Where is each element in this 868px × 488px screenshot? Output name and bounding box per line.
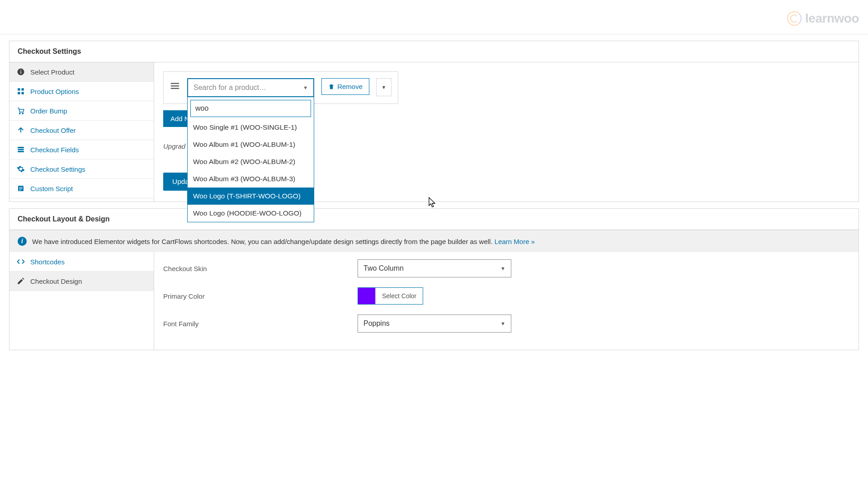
product-select-placeholder: Search for a product… <box>193 84 266 92</box>
checkout-skin-label: Checkout Skin <box>163 265 358 272</box>
chevron-down-icon: ▼ <box>500 321 505 326</box>
color-picker[interactable]: Select Color <box>358 287 423 305</box>
layout-design-panel: Checkout Layout & Design i We have intro… <box>9 208 859 350</box>
sidebar-item-custom-script[interactable]: Custom Script <box>9 179 154 198</box>
font-family-label: Font Family <box>163 320 358 328</box>
sidebar-item-label: Shortcodes <box>30 258 65 266</box>
drag-handle-icon[interactable] <box>170 78 180 91</box>
chevron-down-icon: ▼ <box>382 84 387 90</box>
fields-icon <box>17 145 25 154</box>
svg-point-8 <box>22 113 23 114</box>
svg-rect-1 <box>20 71 21 74</box>
sidebar-item-select-product[interactable]: Select Product <box>9 62 154 82</box>
remove-dropdown-toggle[interactable]: ▼ <box>376 78 392 96</box>
sidebar-item-checkout-fields[interactable]: Checkout Fields <box>9 140 154 160</box>
script-icon <box>17 184 25 192</box>
product-search-input[interactable] <box>190 100 311 117</box>
info-icon: i <box>18 237 27 246</box>
checkout-skin-select[interactable]: Two Column ▼ <box>358 259 511 277</box>
product-option[interactable]: Woo Single #1 (WOO-SINGLE-1) <box>188 119 314 136</box>
remove-button-label: Remove <box>337 83 363 90</box>
svg-rect-13 <box>19 187 23 188</box>
svg-rect-17 <box>171 85 179 86</box>
sidebar-item-label: Custom Script <box>30 185 73 192</box>
watermark-logo: learnwoo <box>787 11 859 26</box>
sidebar-item-order-bump[interactable]: Order Bump <box>9 101 154 121</box>
svg-rect-6 <box>22 92 24 94</box>
design-sidebar: Shortcodes Checkout Design <box>9 252 154 350</box>
cart-icon <box>17 107 25 115</box>
svg-rect-15 <box>19 190 21 190</box>
sidebar-item-label: Order Bump <box>30 107 67 115</box>
svg-rect-3 <box>18 88 20 90</box>
gear-icon <box>17 165 25 173</box>
product-option[interactable]: Woo Album #3 (WOO-ALBUM-3) <box>188 170 314 188</box>
watermark-circle-icon <box>787 11 802 26</box>
product-option[interactable]: Woo Album #2 (WOO-ALBUM-2) <box>188 153 314 170</box>
font-family-value: Poppins <box>363 319 390 328</box>
panel2-title: Checkout Layout & Design <box>9 209 859 230</box>
sidebar-item-label: Product Options <box>30 88 79 95</box>
select-color-button[interactable]: Select Color <box>375 288 423 304</box>
svg-rect-11 <box>18 151 24 152</box>
font-family-select[interactable]: Poppins ▼ <box>358 314 511 333</box>
svg-rect-9 <box>18 147 24 148</box>
svg-rect-10 <box>18 149 24 150</box>
svg-point-2 <box>20 70 21 70</box>
mouse-cursor-icon <box>427 197 437 210</box>
code-icon <box>17 258 25 266</box>
sidebar-item-label: Checkout Fields <box>30 146 79 154</box>
sidebar-item-checkout-settings[interactable]: Checkout Settings <box>9 160 154 179</box>
product-row: Search for a product… ▼ Woo Single #1 (W… <box>163 71 398 104</box>
top-divider <box>0 34 868 34</box>
checkout-settings-panel: Checkout Settings Select Product Product… <box>9 41 859 202</box>
panel-title: Checkout Settings <box>9 41 859 62</box>
product-results-list[interactable]: Woo Single #1 (WOO-SINGLE-1)Woo Album #1… <box>188 119 314 222</box>
learn-more-link[interactable]: Learn More » <box>495 238 535 245</box>
sidebar-item-label: Select Product <box>30 68 75 76</box>
product-option[interactable]: Woo Logo (T-SHIRT-WOO-LOGO) <box>188 188 314 205</box>
watermark-text: learnwoo <box>805 11 859 26</box>
info-bar: i We have introduced Elementor widgets f… <box>9 230 859 252</box>
product-dropdown: Woo Single #1 (WOO-SINGLE-1)Woo Album #1… <box>187 97 314 222</box>
sidebar-item-label: Checkout Design <box>30 277 82 285</box>
product-option[interactable]: Woo Album #1 (WOO-ALBUM-1) <box>188 136 314 153</box>
svg-point-7 <box>19 113 20 114</box>
sidebar-item-product-options[interactable]: Product Options <box>9 82 154 101</box>
pencil-icon <box>17 277 25 285</box>
svg-rect-16 <box>171 83 179 84</box>
svg-rect-14 <box>19 188 23 189</box>
chevron-down-icon: ▼ <box>500 266 505 271</box>
info-icon <box>17 68 25 76</box>
product-option[interactable]: Woo Logo (HOODIE-WOO-LOGO) <box>188 205 314 222</box>
svg-rect-4 <box>22 88 24 90</box>
product-select[interactable]: Search for a product… ▼ <box>187 78 314 97</box>
checkout-skin-value: Two Column <box>363 264 404 272</box>
chevron-down-icon: ▼ <box>303 85 308 90</box>
sidebar-item-checkout-design[interactable]: Checkout Design <box>9 272 154 291</box>
sidebar-item-label: Checkout Settings <box>30 165 85 173</box>
sidebar-item-label: Checkout Offer <box>30 127 76 134</box>
svg-rect-5 <box>18 92 20 94</box>
grid-icon <box>17 87 25 95</box>
svg-rect-18 <box>171 88 179 89</box>
settings-content: Search for a product… ▼ Woo Single #1 (W… <box>154 62 859 202</box>
remove-button[interactable]: Remove <box>321 78 369 95</box>
sidebar-item-shortcodes[interactable]: Shortcodes <box>9 252 154 272</box>
sidebar-item-checkout-offer[interactable]: Checkout Offer <box>9 121 154 140</box>
design-content: Checkout Skin Two Column ▼ Primary Color… <box>154 252 859 350</box>
primary-color-label: Primary Color <box>163 292 358 300</box>
info-bar-text: We have introduced Elementor widgets for… <box>32 238 535 245</box>
settings-sidebar: Select Product Product Options Order Bum… <box>9 62 154 202</box>
upload-icon <box>17 126 25 134</box>
color-swatch <box>358 288 375 304</box>
trash-icon <box>328 84 335 90</box>
